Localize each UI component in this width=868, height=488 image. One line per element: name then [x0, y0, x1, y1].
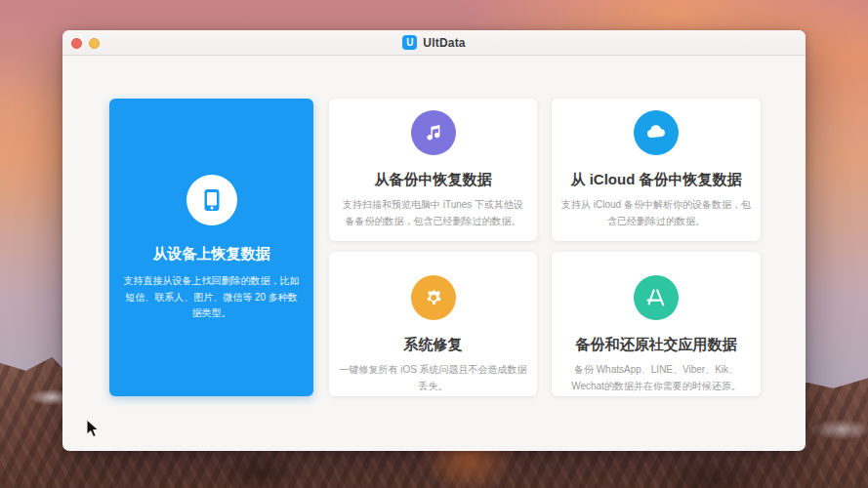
music-note-icon	[411, 110, 456, 155]
minimize-button[interactable]	[89, 38, 100, 49]
ultdata-app-window: U UltData 从设备上恢复数据 支持直接从设备上找回删除的数据，比如短信、…	[62, 30, 806, 451]
card-title: 从设备上恢复数据	[153, 245, 270, 263]
card-description: 支持扫描和预览电脑中 iTunes 下或其他设备备份的数据，包含已经删除过的数据…	[329, 197, 537, 229]
card-social-app-backup[interactable]: 备份和还原社交应用数据 备份 WhatsApp、LINE、Viber、Kik、W…	[552, 252, 761, 396]
ultdata-logo-icon: U	[402, 35, 417, 50]
card-system-repair[interactable]: 系统修复 一键修复所有 iOS 系统问题且不会造成数据丢失。	[329, 252, 537, 396]
card-description: 支持直接从设备上找回删除的数据，比如短信、联系人、图片、微信等 20 多种数据类…	[109, 273, 313, 322]
mouse-cursor	[86, 419, 100, 442]
card-recover-from-backup[interactable]: 从备份中恢复数据 支持扫描和预览电脑中 iTunes 下或其他设备备份的数据，包…	[329, 99, 537, 241]
card-recover-from-device[interactable]: 从设备上恢复数据 支持直接从设备上找回删除的数据，比如短信、联系人、图片、微信等…	[109, 99, 313, 396]
card-description: 备份 WhatsApp、LINE、Viber、Kik、Wechat的数据并在你需…	[552, 362, 761, 394]
card-description: 一键修复所有 iOS 系统问题且不会造成数据丢失。	[329, 362, 537, 394]
window-title: UltData	[423, 36, 465, 50]
appstore-icon	[634, 275, 679, 320]
close-button[interactable]	[71, 38, 82, 49]
cloud-icon	[634, 110, 679, 155]
card-title: 系统修复	[404, 336, 463, 353]
traffic-lights	[71, 38, 100, 49]
card-title: 备份和还原社交应用数据	[576, 336, 737, 353]
card-description: 支持从 iCloud 备份中解析你的设备数据，包含已经删除过的数据。	[552, 197, 761, 229]
gear-icon	[411, 275, 456, 320]
phone-icon	[186, 175, 237, 225]
card-title: 从备份中恢复数据	[375, 171, 492, 188]
card-recover-from-icloud[interactable]: 从 iCloud 备份中恢复数据 支持从 iCloud 备份中解析你的设备数据，…	[552, 99, 761, 241]
window-titlebar[interactable]: U UltData	[62, 30, 806, 56]
card-title: 从 iCloud 备份中恢复数据	[571, 171, 742, 188]
window-title-group: U UltData	[402, 35, 465, 50]
